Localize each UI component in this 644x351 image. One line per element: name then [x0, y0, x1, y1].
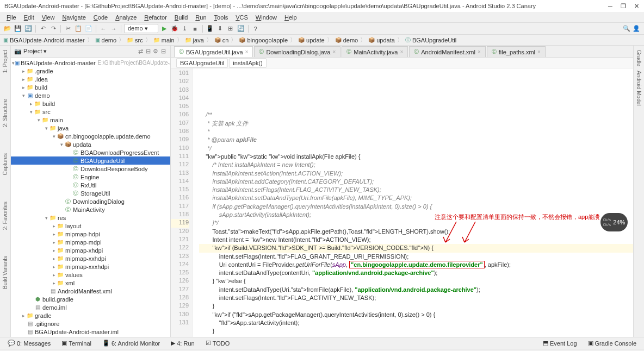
menu-tools[interactable]: Tools: [211, 13, 232, 22]
code-area[interactable]: 1011021031041051061071081091101111121131…: [171, 68, 633, 337]
code-line[interactable]: installApkIntent.addCategory(Intent.CATE…: [199, 178, 633, 186]
code-line[interactable]: "fld">sApp.startActivity(intent);: [199, 319, 633, 327]
code-line[interactable]: installApkIntent.setFlags(Intent.FLAG_AC…: [199, 186, 633, 194]
run-config-select[interactable]: demo ▾: [124, 24, 158, 33]
tree-node[interactable]: ⒸDownloadResponseBody: [11, 165, 170, 173]
code-line[interactable]: Toast."sta">makeText("fld">sApp,apkFile.…: [199, 228, 633, 236]
user-icon[interactable]: 👤: [632, 24, 641, 33]
tree-root[interactable]: ▾▣ BGAUpdate-Android-master E:\GithubPro…: [11, 59, 170, 67]
code-line[interactable]: "kw">public "kw">static "kw">void instal…: [199, 153, 633, 161]
code-line[interactable]: "kw">if (Build.VERSION."fld">SDK_INT >= …: [199, 244, 633, 252]
tree-node[interactable]: ▸📁xml: [11, 279, 170, 287]
code-lines[interactable]: 注意这个要和配置清单里面的保持一致，不然会报错，app崩溃 /** * 安装 a…: [193, 68, 633, 337]
tree-node[interactable]: ⒸDownloadingDialog: [11, 197, 170, 205]
tree-node[interactable]: ⒸMainActivity: [11, 205, 170, 214]
structure-icon[interactable]: ⊞: [226, 24, 235, 33]
menu-build[interactable]: Build: [171, 13, 191, 22]
avd-icon[interactable]: 📱: [206, 24, 214, 33]
menu-file[interactable]: File: [3, 13, 20, 22]
close-tab-icon[interactable]: ×: [537, 49, 541, 55]
paste-icon[interactable]: 📄: [84, 24, 93, 33]
sync-icon[interactable]: 🔄: [24, 24, 33, 33]
code-line[interactable]: * 安装 apk 文件: [199, 120, 633, 128]
search-icon[interactable]: 🔍: [623, 25, 630, 32]
side-tab[interactable]: Android Model: [636, 68, 642, 108]
menu-code[interactable]: Code: [90, 13, 111, 22]
hide-icon[interactable]: ⊟: [159, 48, 167, 55]
code-line[interactable]: intent.setFlags(Intent."fld">FLAG_ACTIVI…: [199, 294, 633, 302]
save-icon[interactable]: 💾: [14, 24, 22, 33]
code-line[interactable]: }: [199, 336, 633, 337]
breadcrumb-item[interactable]: 📦 cn: [214, 37, 229, 43]
code-line[interactable]: intent.setDataAndType(Uri."sta">fromFile…: [199, 286, 633, 294]
tree-node[interactable]: ▤BGAUpdate-Android-master.iml: [11, 328, 170, 336]
project-tree[interactable]: ▾▣ BGAUpdate-Android-master E:\GithubPro…: [11, 58, 170, 337]
menu-vcs[interactable]: VCS: [232, 13, 251, 22]
close-tab-icon[interactable]: ×: [400, 49, 403, 55]
code-line[interactable]: } "kw">else {: [199, 277, 633, 285]
collapse-icon[interactable]: ⊟: [144, 48, 152, 55]
tree-node[interactable]: ▾📦updata: [11, 140, 170, 148]
tree-node[interactable]: ⬢build.gradle: [11, 295, 170, 303]
menu-run[interactable]: Run: [192, 13, 209, 22]
tree-node[interactable]: ▤demo.iml: [11, 303, 170, 311]
code-line[interactable]: }: [199, 302, 633, 310]
editor-tab[interactable]: Ⓒfile_paths.xml×: [487, 46, 546, 57]
crumb-class[interactable]: BGAUpgradeUtil: [176, 58, 228, 68]
tree-node[interactable]: ▸📁.idea: [11, 75, 170, 83]
tree-node[interactable]: ▾📁main: [11, 116, 170, 124]
editor-tab[interactable]: ⒸMainActivity.java×: [342, 46, 408, 57]
code-line[interactable]: intent.setFlags(Intent."fld">FLAG_GRANT_…: [199, 253, 633, 261]
tree-node[interactable]: ▾▣demo: [11, 91, 170, 99]
tree-node[interactable]: ▤.gitignore: [11, 319, 170, 328]
side-tab[interactable]: Gradle: [636, 48, 642, 68]
editor-tab[interactable]: ⒸDownloadingDialog.java×: [254, 46, 340, 57]
bottom-tab[interactable]: 📱6: Android Monitor: [98, 339, 164, 348]
breadcrumb-item[interactable]: 📁 src: [127, 37, 143, 43]
scroll-from-source-icon[interactable]: ⇄: [137, 48, 144, 55]
close-tab-icon[interactable]: ×: [478, 49, 481, 55]
side-tab[interactable]: 2: Structure: [2, 97, 8, 129]
tree-node[interactable]: ▾📁res: [11, 214, 170, 222]
tree-node[interactable]: ⒸRxUtil: [11, 181, 170, 189]
code-line[interactable]: *: [199, 128, 633, 136]
debug-icon[interactable]: 🐞: [170, 24, 179, 33]
minimize-button[interactable]: ─: [607, 3, 614, 10]
side-tab[interactable]: 1: Project: [2, 48, 8, 75]
menu-navigate[interactable]: Navigate: [59, 13, 89, 22]
code-line[interactable]: intent.setDataAndType(contentUri, "appli…: [199, 269, 633, 277]
undo-icon[interactable]: ↶: [39, 24, 47, 33]
breadcrumb-item[interactable]: 📦 update: [298, 37, 325, 43]
gear-icon[interactable]: ⚙: [152, 48, 159, 55]
bottom-tab[interactable]: ▣Gradle Console: [584, 339, 641, 348]
code-line[interactable]: Uri contentUri = FileProvider.getUriForF…: [199, 261, 633, 269]
menu-help[interactable]: Help: [281, 13, 300, 22]
breadcrumb-item[interactable]: 📦 bingoogolapple: [239, 37, 288, 43]
run-icon[interactable]: ▶: [160, 24, 169, 33]
tree-node[interactable]: ▸📁layout: [11, 222, 170, 230]
code-line[interactable]: installApkIntent.setDataAndType(Uri.from…: [199, 194, 633, 202]
breadcrumb-item[interactable]: 📦 updata: [368, 37, 395, 43]
sdk-icon[interactable]: ⬇: [216, 24, 225, 33]
project-view-select[interactable]: 📷 Project ▾: [14, 48, 47, 55]
menu-edit[interactable]: Edit: [21, 13, 38, 22]
tree-node[interactable]: ▾📁java: [11, 124, 170, 132]
menu-analyze[interactable]: Analyze: [112, 13, 140, 22]
editor-tab[interactable]: ⒸAndroidManifest.xml×: [409, 46, 486, 57]
bottom-tab[interactable]: ▶4: Run: [166, 339, 199, 348]
tree-node[interactable]: ▸📁build: [11, 99, 170, 108]
breadcrumb-item[interactable]: 📦 demo: [335, 37, 358, 43]
tree-node[interactable]: ⬢build.gradle: [11, 336, 170, 337]
tree-node[interactable]: ▸📁values: [11, 271, 170, 279]
breadcrumb-item[interactable]: 📁 main: [153, 37, 175, 43]
open-icon[interactable]: 📂: [3, 24, 12, 33]
tree-node[interactable]: ▸📁mipmap-xxhdpi: [11, 254, 170, 262]
menu-refactor[interactable]: Refactor: [141, 13, 170, 22]
tree-node[interactable]: ▸📁mipmap-xhdpi: [11, 246, 170, 254]
attach-icon[interactable]: ⤓: [181, 24, 189, 33]
breadcrumb-item[interactable]: Ⓒ BGAUpgradeUtil: [405, 36, 456, 44]
code-line[interactable]: * @param apkFile: [199, 136, 633, 144]
stop-icon[interactable]: ■: [191, 24, 200, 33]
close-button[interactable]: ✕: [633, 3, 640, 10]
bottom-tab[interactable]: 💬0: Messages: [3, 339, 55, 348]
